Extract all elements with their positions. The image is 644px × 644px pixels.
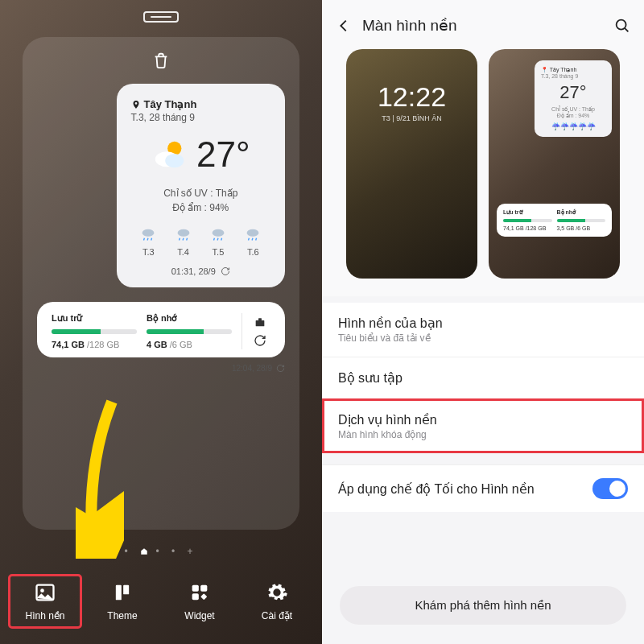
mini-weather-widget: 📍 Tây Thạnh T.3, 28 tháng 9 27° Chỉ số U… xyxy=(535,60,612,137)
weather-forecast-row: T.3 T.4 T.5 T.6 xyxy=(131,226,270,257)
search-icon[interactable] xyxy=(613,17,631,35)
home-editor-pane: Tây Thạnh T.3, 28 tháng 9 27° Chỉ số UV … xyxy=(0,0,322,644)
tab-theme[interactable]: Theme xyxy=(86,575,159,628)
dark-mode-toggle[interactable] xyxy=(592,478,628,499)
svg-rect-15 xyxy=(192,593,199,600)
homescreen-preview[interactable]: 📍 Tây Thạnh T.3, 28 tháng 9 27° Chỉ số U… xyxy=(489,49,620,279)
wallpaper-previews: 12:22 T3 | 9/21 BÌNH ÂN 📍 Tây Thạnh T.3,… xyxy=(322,44,644,296)
row-wallpaper-service[interactable]: Dịch vụ hình nền Màn hình khóa động xyxy=(322,398,644,453)
home-preview-card[interactable]: Tây Thạnh T.3, 28 tháng 9 27° Chỉ số UV … xyxy=(23,37,299,530)
weather-date: T.3, 28 tháng 9 xyxy=(131,112,270,123)
back-icon[interactable] xyxy=(335,17,353,35)
svg-point-2 xyxy=(165,154,184,167)
lockscreen-preview[interactable]: 12:22 T3 | 9/21 BÌNH ÂN xyxy=(346,49,477,279)
svg-rect-7 xyxy=(255,320,264,326)
page-indicator[interactable]: • • • + xyxy=(0,546,322,557)
storage-title-2: Bộ nhớ xyxy=(147,313,232,324)
lock-time: 12:22 xyxy=(346,81,477,113)
svg-rect-14 xyxy=(200,585,207,592)
tab-widget[interactable]: Widget xyxy=(163,575,236,628)
weather-details: Chỉ số UV : Thấp Độ ẩm : 94% xyxy=(131,186,270,215)
handle-icon xyxy=(143,11,179,23)
wallpaper-settings-pane: Màn hình nền 12:22 T3 | 9/21 BÌNH ÂN 📍 T… xyxy=(322,0,644,644)
svg-point-4 xyxy=(177,229,189,237)
editor-bottom-bar: Hình nền Theme Widget Cài đặt xyxy=(0,564,322,644)
svg-rect-8 xyxy=(258,319,262,321)
top-handle-area xyxy=(0,0,322,31)
svg-rect-12 xyxy=(123,585,129,595)
svg-point-6 xyxy=(247,229,259,237)
tab-settings[interactable]: Cài đặt xyxy=(241,575,313,628)
svg-point-5 xyxy=(213,229,225,237)
delete-page-button[interactable] xyxy=(37,52,285,72)
storage-title-1: Lưu trữ xyxy=(52,313,137,324)
explore-more-button[interactable]: Khám phá thêm hình nền xyxy=(340,586,626,625)
svg-rect-16 xyxy=(200,593,207,600)
svg-point-17 xyxy=(617,19,626,29)
mini-storage-widget: Lưu trữ74,1 GB /128 GB Bộ nhớ3,5 GB /6 G… xyxy=(497,204,612,237)
weather-location: Tây Thạnh xyxy=(131,98,270,110)
weather-update-time: 01:31, 28/9 xyxy=(131,266,270,276)
weather-widget[interactable]: Tây Thạnh T.3, 28 tháng 9 27° Chỉ số UV … xyxy=(117,84,285,287)
lock-date: T3 | 9/21 BÌNH ÂN xyxy=(346,114,477,122)
weather-temp: 27° xyxy=(196,134,250,175)
weather-cloudy-sun-icon xyxy=(151,136,188,173)
row-your-wallpapers[interactable]: Hình nền của bạn Tiêu biểu và đã tải về xyxy=(322,303,644,357)
row-dark-mode-wallpaper[interactable]: Áp dụng chế độ Tối cho Hình nền xyxy=(322,464,644,512)
svg-point-3 xyxy=(142,229,155,237)
storage-update-time: 12:04, 28/9 xyxy=(37,364,285,373)
toolbox-icon xyxy=(254,316,266,328)
settings-list: Hình nền của bạn Tiêu biểu và đã tải về … xyxy=(322,296,644,567)
svg-point-10 xyxy=(40,588,44,592)
tab-wallpaper[interactable]: Hình nền xyxy=(9,575,81,628)
refresh-icon xyxy=(254,334,266,347)
svg-rect-11 xyxy=(116,585,122,601)
row-gallery[interactable]: Bộ sưu tập xyxy=(322,357,644,398)
svg-rect-13 xyxy=(192,585,199,592)
storage-widget[interactable]: Lưu trữ 74,1 GB /128 GB Bộ nhớ 4 GB /6 G… xyxy=(37,302,285,357)
page-title: Màn hình nền xyxy=(362,16,613,35)
settings-header: Màn hình nền xyxy=(322,0,644,44)
